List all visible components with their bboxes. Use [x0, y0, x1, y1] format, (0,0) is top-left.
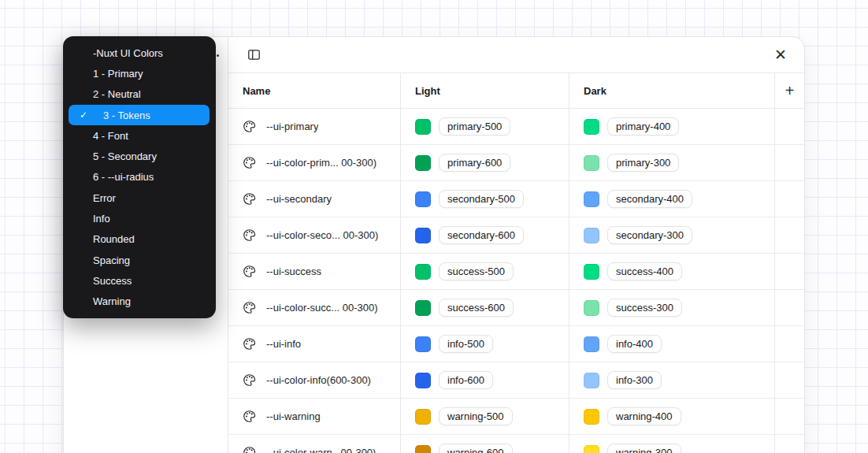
header-name: Name [228, 73, 401, 108]
dark-color-swatch [584, 409, 599, 425]
light-token-chip[interactable]: primary-500 [439, 117, 510, 136]
table-row[interactable]: --ui-secondary secondary-500 secondary-4… [228, 181, 804, 217]
menu-item[interactable]: Warning [63, 291, 216, 312]
light-value-cell[interactable]: primary-600 [401, 145, 569, 180]
menu-item[interactable]: Info [63, 208, 216, 228]
light-value-cell[interactable]: info-500 [401, 326, 569, 362]
light-value-cell[interactable]: success-600 [401, 290, 569, 325]
menu-item[interactable]: 6 - --ui-radius [63, 167, 216, 188]
dark-color-swatch [584, 191, 599, 207]
empty-cell [775, 109, 804, 144]
light-token-chip[interactable]: success-500 [439, 262, 514, 280]
menu-item[interactable]: 4 - Font [63, 125, 216, 146]
palette-icon [243, 301, 256, 314]
dark-value-cell[interactable]: secondary-300 [569, 217, 775, 253]
dark-value-cell[interactable]: success-400 [569, 254, 775, 289]
dark-token-chip[interactable]: warning-400 [607, 407, 681, 425]
variables-table: Name Light Dark + --ui-primary [228, 73, 804, 453]
variable-name-cell: --ui-primary [228, 109, 401, 144]
light-value-cell[interactable]: info-600 [401, 362, 569, 398]
dark-color-swatch [584, 300, 599, 316]
dark-value-cell[interactable]: info-400 [569, 326, 775, 362]
variable-name: --ui-info [266, 338, 301, 350]
palette-icon [243, 192, 256, 206]
menu-item[interactable]: Spacing [63, 250, 216, 270]
table-row[interactable]: --ui-color-warn...00-300) warning-600 wa… [228, 435, 804, 453]
table-row[interactable]: --ui-color-prim... 00-300) primary-600 p… [228, 145, 804, 181]
dark-token-chip[interactable]: secondary-300 [607, 226, 692, 244]
table-row[interactable]: --ui-info info-500 info-400 [228, 326, 804, 362]
dark-token-chip[interactable]: primary-300 [607, 154, 679, 172]
light-color-swatch [415, 336, 431, 352]
close-button[interactable]: ✕ [771, 46, 790, 65]
light-value-cell[interactable]: warning-500 [401, 399, 569, 434]
sidebar-toggle-button[interactable] [244, 46, 263, 65]
menu-item-label: Warning [93, 295, 131, 307]
light-value-cell[interactable]: primary-500 [401, 109, 569, 144]
menu-item-label: 6 - --ui-radius [93, 171, 154, 183]
menu-item[interactable]: -Nuxt UI Colors [63, 43, 216, 63]
menu-item[interactable]: Error [63, 188, 216, 208]
header-dark-label: Dark [584, 85, 606, 97]
light-token-chip[interactable]: warning-500 [439, 407, 513, 425]
menu-item[interactable]: Rounded [63, 229, 216, 250]
dark-value-cell[interactable]: secondary-400 [569, 181, 775, 217]
table-row[interactable]: --ui-warning warning-500 warning-400 [228, 399, 804, 435]
empty-cell [775, 399, 804, 434]
dark-token-chip[interactable]: secondary-400 [607, 190, 692, 208]
dark-value-cell[interactable]: warning-400 [569, 399, 775, 434]
variables-main: ✕ Name Light Dark + [228, 37, 804, 453]
palette-icon [243, 373, 256, 387]
menu-item-label: Rounded [93, 233, 135, 245]
dark-token-chip[interactable]: success-400 [607, 262, 682, 280]
add-mode-button[interactable]: + [784, 83, 796, 98]
menu-item-label: -Nuxt UI Colors [93, 47, 163, 59]
light-value-cell[interactable]: secondary-500 [401, 181, 569, 217]
light-value-cell[interactable]: secondary-600 [401, 217, 569, 253]
empty-cell [775, 181, 804, 217]
table-row[interactable]: --ui-color-seco... 00-300) secondary-600… [228, 217, 804, 254]
dark-value-cell[interactable]: warning-300 [569, 435, 775, 453]
dark-color-swatch [584, 228, 599, 243]
dark-color-swatch [584, 264, 599, 280]
light-value-cell[interactable]: success-500 [401, 254, 569, 289]
dark-token-chip[interactable]: info-300 [607, 371, 662, 389]
menu-item[interactable]: 2 - Neutral [63, 84, 216, 105]
dark-token-chip[interactable]: primary-400 [607, 117, 679, 136]
empty-cell [775, 217, 804, 253]
table-row[interactable]: --ui-color-info(600-300) info-600 info-3… [228, 362, 804, 399]
light-token-chip[interactable]: primary-600 [439, 154, 510, 172]
dark-value-cell[interactable]: success-300 [569, 290, 775, 325]
variable-name-cell: --ui-success [228, 254, 401, 289]
light-token-chip[interactable]: secondary-500 [439, 190, 524, 208]
light-token-chip[interactable]: info-600 [439, 371, 493, 389]
menu-item-label: Success [93, 275, 132, 287]
light-token-chip[interactable]: warning-600 [439, 444, 513, 453]
header-dark: Dark [569, 73, 775, 108]
light-token-chip[interactable]: secondary-600 [439, 226, 524, 244]
table-row[interactable]: --ui-success success-500 success-400 [228, 254, 804, 290]
dark-value-cell[interactable]: primary-400 [569, 109, 775, 144]
palette-icon [243, 446, 256, 453]
menu-item-label: 2 - Neutral [93, 88, 141, 100]
table-row[interactable]: --ui-color-succ... 00-300) success-600 s… [228, 290, 804, 326]
menu-item[interactable]: 1 - Primary [63, 63, 216, 84]
menu-item-label: Spacing [93, 254, 130, 266]
palette-icon [243, 228, 256, 242]
menu-item[interactable]: ✓3 - Tokens [69, 105, 210, 125]
dark-token-chip[interactable]: info-400 [607, 335, 662, 353]
light-token-chip[interactable]: info-500 [439, 335, 493, 353]
dark-token-chip[interactable]: success-300 [607, 299, 682, 317]
dark-value-cell[interactable]: info-300 [569, 362, 775, 398]
dark-value-cell[interactable]: primary-300 [569, 145, 775, 180]
light-color-swatch [415, 264, 431, 280]
dark-token-chip[interactable]: warning-300 [607, 444, 681, 453]
palette-icon [243, 410, 256, 423]
menu-item[interactable]: Success [63, 270, 216, 291]
light-value-cell[interactable]: warning-600 [401, 435, 569, 453]
menu-item[interactable]: 5 - Secondary [63, 146, 216, 166]
table-row[interactable]: --ui-primary primary-500 primary-400 [228, 109, 804, 145]
light-token-chip[interactable]: success-600 [439, 299, 514, 317]
collections-dropdown-menu: -Nuxt UI Colors1 - Primary2 - Neutral✓3 … [63, 36, 216, 318]
table-header-row: Name Light Dark + [228, 73, 804, 109]
